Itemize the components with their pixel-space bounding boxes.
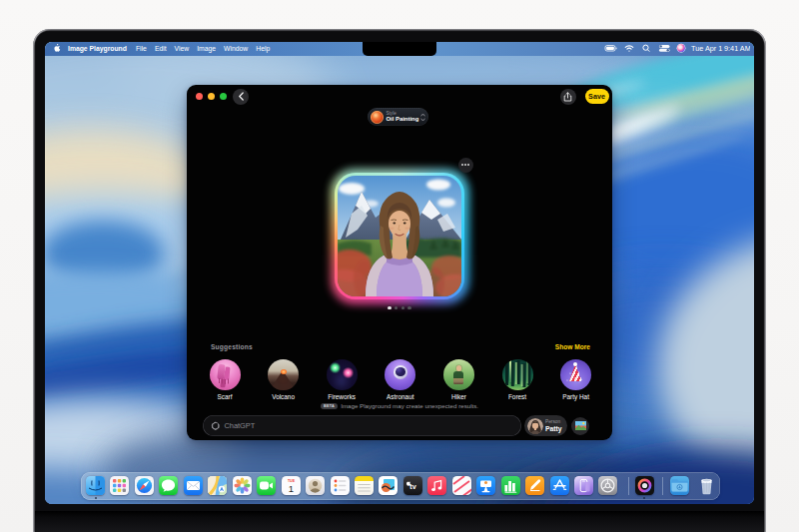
- svg-text:9:41 AM: 9:41 AM: [724, 44, 750, 53]
- svg-text:1: 1: [288, 483, 293, 494]
- svg-text:tv: tv: [409, 482, 415, 491]
- svg-text:Tue Apr 1: Tue Apr 1: [691, 44, 722, 53]
